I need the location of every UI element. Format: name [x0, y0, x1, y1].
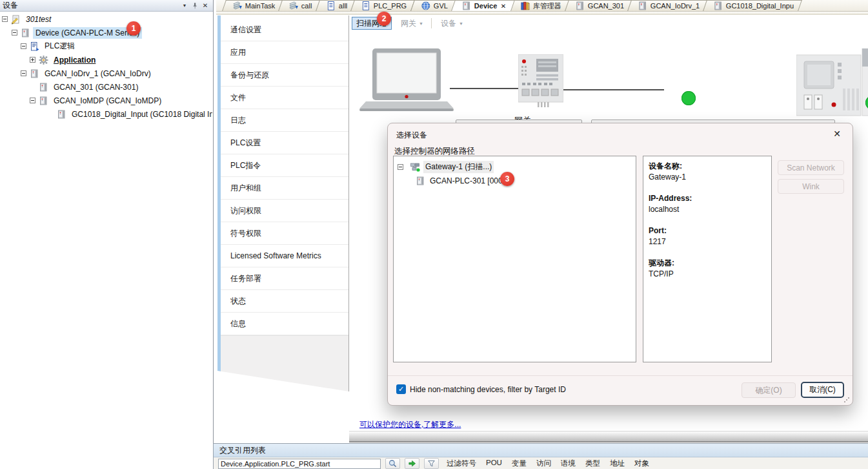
menu-item-backup-restore[interactable]: 备份与还原	[221, 64, 348, 87]
menu-item-users-groups[interactable]: 用户和组	[221, 177, 348, 200]
device-tree: 301test Device (GCAN-PLC-M Series) PLC逻辑…	[0, 12, 212, 469]
tree-item-label: GCAN_IoDrv_1 (GCAN_IoDrv)	[42, 68, 154, 79]
device-dropdown-label: 设备	[441, 18, 456, 29]
close-panel-icon[interactable]: ✕	[200, 1, 210, 10]
tab-label: GC1018_Digital_Inpu	[726, 2, 794, 10]
plc-tree-item[interactable]: GCAN-PLC-301 [000	[394, 174, 636, 187]
ok-button[interactable]: 确定(O)	[742, 382, 796, 398]
tab-label: GCAN_301	[588, 2, 624, 10]
tab-label: MainTask	[245, 2, 275, 10]
menu-item-plc-shell[interactable]: PLC指令	[221, 154, 348, 177]
tab-maintask[interactable]: MainTask	[222, 0, 283, 11]
tree-item-plc-logic[interactable]: PLC逻辑	[0, 39, 212, 53]
gateway-status-green-dot	[681, 91, 696, 105]
chevron-down-icon: ▼	[459, 21, 463, 26]
menu-item-plc-settings[interactable]: PLC设置	[221, 132, 348, 154]
tree-item-gcan-iomdp[interactable]: GCAN_IoMDP (GCAN_IoMDP)	[0, 94, 212, 107]
close-dialog-icon[interactable]: ✕	[831, 127, 843, 140]
protect-device-link[interactable]: 可以保护您的设备,了解更多...	[359, 419, 461, 430]
tree-item-gcan-301[interactable]: GCAN_301 (GCAN-301)	[0, 80, 212, 94]
tab-device[interactable]: Device ✕	[451, 0, 515, 11]
column-header[interactable]: 对象	[634, 459, 649, 468]
gateway-tree-item[interactable]: Gateway-1 (扫描...)	[394, 160, 636, 174]
collapse-expander-icon[interactable]	[30, 98, 35, 103]
gateway-dropdown[interactable]: 网关 ▼	[401, 18, 423, 29]
device-info-panel: 设备名称: Gateway-1 IP-Address: localhost Po…	[643, 156, 772, 362]
device-icon	[38, 82, 49, 92]
menu-item-licensed-software-metrics[interactable]: Licensed Software Metrics	[221, 245, 348, 267]
menu-item-log[interactable]: 日志	[221, 109, 348, 132]
tab-gvl[interactable]: GVL	[410, 0, 456, 11]
menu-item-application[interactable]: 应用	[221, 41, 348, 64]
wink-button[interactable]: Wink	[778, 179, 844, 194]
menu-item-communication-settings[interactable]: 通信设置	[221, 19, 348, 41]
close-tab-icon[interactable]: ✕	[501, 3, 506, 10]
device-icon	[575, 1, 585, 11]
chevron-down-icon: ▼	[419, 21, 423, 26]
port-label: Port:	[649, 225, 766, 236]
document-icon	[361, 1, 371, 11]
menu-item-access-rights[interactable]: 访问权限	[221, 200, 348, 222]
network-device-tree: Gateway-1 (扫描...) GCAN-PLC-301 [000	[393, 156, 636, 362]
column-header[interactable]: 类型	[585, 459, 600, 468]
tab-label: Device	[474, 2, 497, 10]
dialog-resize-grip[interactable]	[844, 397, 849, 402]
tab-gcan-301[interactable]: GCAN_301	[565, 0, 632, 11]
cross-reference-panel: 交叉引用列表 过滤符号 POU 变量 访问 语境 类型 地址 对象	[213, 443, 868, 469]
gateway-network-icon	[409, 162, 421, 172]
device-dropdown[interactable]: 设备 ▼	[441, 18, 463, 29]
tab-gc1018[interactable]: GC1018_Digital_Inpu	[703, 0, 802, 11]
expand-expander-icon[interactable]	[30, 57, 35, 63]
column-header[interactable]: 语境	[561, 459, 576, 468]
column-header[interactable]: POU	[486, 459, 502, 468]
filter-button[interactable]	[424, 458, 439, 469]
tab-label: GVL	[434, 2, 448, 10]
collapse-expander-icon[interactable]	[12, 30, 17, 36]
green-arrow-icon	[407, 459, 417, 468]
collapse-expander-icon[interactable]	[21, 70, 26, 76]
pin-icon[interactable]	[190, 1, 200, 10]
tree-item-gcan-iodrv[interactable]: GCAN_IoDrv_1 (GCAN_IoDrv)	[0, 67, 212, 80]
tab-plc-prg[interactable]: PLC_PRG	[351, 0, 416, 11]
tree-item-gc1018[interactable]: GC1018_Digital_Input (GC1018 Digital Inp…	[0, 107, 212, 121]
dialog-title: 选择设备	[396, 130, 427, 141]
tree-item-device[interactable]: Device (GCAN-PLC-M Series)	[0, 26, 212, 39]
scan-network-dialog-button[interactable]: Scan Network	[778, 160, 844, 175]
tab-gcan-iodrv-1[interactable]: GCAN_IoDrv_1	[627, 0, 708, 11]
menu-item-information[interactable]: 信息	[221, 313, 348, 335]
ip-address-value: localhost	[649, 204, 766, 215]
go-button[interactable]	[405, 458, 419, 469]
panel-menu-dropdown-icon[interactable]: ▼	[179, 1, 190, 10]
search-button[interactable]	[385, 458, 400, 469]
tab-call[interactable]: call	[279, 0, 321, 11]
collapse-expander-icon[interactable]	[2, 16, 8, 22]
cross-reference-title: 交叉引用列表	[219, 445, 266, 456]
task-icon	[232, 1, 243, 11]
cross-reference-columns: 过滤符号 POU 变量 访问 语境 类型 地址 对象	[447, 459, 649, 468]
menu-item-files[interactable]: 文件	[221, 87, 348, 109]
collapse-expander-icon[interactable]	[398, 164, 403, 170]
tree-item-label: PLC逻辑	[42, 39, 77, 53]
cancel-button[interactable]: 取消(C)	[801, 382, 844, 398]
menu-item-status[interactable]: 状态	[221, 290, 348, 313]
hide-non-matching-label: Hide non-matching devices, filter by Tar…	[410, 385, 566, 394]
tree-item-project[interactable]: 301test	[0, 12, 212, 26]
tree-item-application[interactable]: Application	[0, 53, 212, 67]
tab-alll[interactable]: alll	[316, 0, 356, 11]
column-header[interactable]: 变量	[512, 459, 527, 468]
editor-bottom-scroll-edge[interactable]	[349, 431, 868, 443]
column-header[interactable]: 访问	[536, 459, 551, 468]
plc-illustration	[796, 48, 868, 120]
menu-item-symbol-rights[interactable]: 符号权限	[221, 222, 348, 245]
device-icon	[461, 1, 472, 11]
hide-non-matching-checkbox[interactable]: ✓	[396, 384, 406, 394]
column-header[interactable]: 过滤符号	[447, 459, 476, 468]
collapse-expander-icon[interactable]	[21, 43, 26, 49]
device-name-value: Gateway-1	[649, 172, 766, 183]
tab-library-manager[interactable]: 库管理器	[510, 0, 570, 11]
cross-reference-search-input[interactable]	[218, 459, 381, 469]
menu-item-task-deployment[interactable]: 任务部署	[221, 267, 348, 290]
column-header[interactable]: 地址	[610, 459, 625, 468]
tab-label: PLC_PRG	[374, 2, 407, 10]
check-icon: ✓	[398, 385, 404, 393]
